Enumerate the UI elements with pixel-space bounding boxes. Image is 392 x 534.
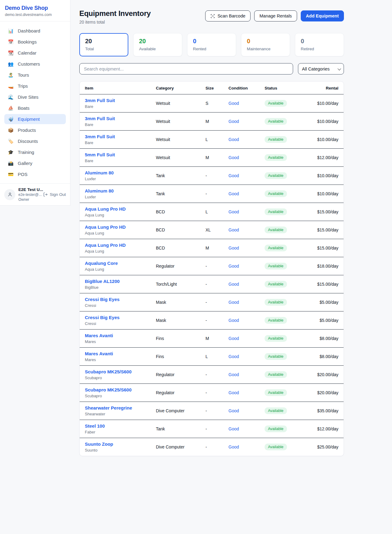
cell-condition[interactable]: Good — [228, 221, 265, 239]
item-name-link[interactable]: BigBlue AL1200 — [85, 279, 156, 284]
stat-card-maintenance[interactable]: 0Maintenance — [241, 33, 290, 56]
manage-rentals-button[interactable]: Manage Rentals — [254, 10, 297, 21]
cell-condition[interactable]: Good — [228, 330, 265, 348]
cell-condition[interactable]: Good — [228, 420, 265, 438]
add-equipment-button[interactable]: Add Equipment — [301, 10, 344, 21]
item-brand: Bare — [85, 104, 156, 109]
sidebar-item-equipment[interactable]: 🤿Equipment — [4, 114, 66, 124]
item-name-link[interactable]: 3mm Full Suit — [85, 134, 156, 139]
page-header: Equipment Inventory 20 items total Scan … — [79, 9, 344, 25]
status-badge: Available — [265, 335, 287, 342]
stat-value: 0 — [247, 38, 284, 45]
boats-icon: ⛵ — [8, 106, 14, 110]
cell-item: Aqua Lung Pro HDAqua Lung — [80, 239, 156, 257]
stat-card-total[interactable]: 20Total — [79, 33, 128, 56]
sidebar-item-dashboard[interactable]: 📊Dashboard — [4, 26, 66, 36]
stat-card-retired[interactable]: 0Retired — [295, 33, 344, 56]
stat-card-rented[interactable]: 0Rented — [187, 33, 236, 56]
stat-card-available[interactable]: 20Available — [133, 33, 182, 56]
item-name-link[interactable]: Cressi Big Eyes — [85, 315, 156, 320]
item-name-link[interactable]: Mares Avanti — [85, 351, 156, 356]
table-row: 5mm Full SuitBareWetsuitMGoodAvailable$1… — [80, 149, 344, 167]
item-name-link[interactable]: Suunto Zoop — [85, 441, 156, 447]
sidebar: Demo Dive Shop demo.test.divestreams.com… — [0, 0, 70, 206]
cell-category: Fins — [156, 348, 205, 366]
cell-condition[interactable]: Good — [228, 257, 265, 275]
item-name-link[interactable]: Scubapro MK25/S600 — [85, 387, 156, 392]
item-brand: Bare — [85, 140, 156, 145]
sidebar-item-discounts[interactable]: 🏷️Discounts — [4, 136, 66, 146]
sidebar-item-bookings[interactable]: 📅Bookings — [4, 37, 66, 47]
sidebar-item-pos[interactable]: 💳POS — [4, 169, 66, 179]
cell-condition[interactable]: Good — [228, 185, 265, 203]
cell-condition[interactable]: Good — [228, 167, 265, 185]
cell-size: L — [205, 131, 228, 149]
user-block: E2E Test U... e2e-tester@... Owner Sign … — [0, 183, 70, 205]
item-name-link[interactable]: Aluminum 80 — [85, 188, 156, 193]
item-name-link[interactable]: 5mm Full Suit — [85, 152, 156, 157]
sidebar-item-gallery[interactable]: 📸Gallery — [4, 158, 66, 168]
sidebar-item-boats[interactable]: ⛵Boats — [4, 103, 66, 113]
table-row: Aqua Lung Pro HDAqua LungBCDXLGoodAvaila… — [80, 221, 344, 239]
search-input[interactable] — [84, 67, 288, 71]
item-name-link[interactable]: Scubapro MK25/S600 — [85, 369, 156, 374]
cell-condition[interactable]: Good — [228, 348, 265, 366]
item-brand: Aqua Lung — [85, 231, 156, 235]
brand-block: Demo Dive Shop demo.test.divestreams.com — [0, 0, 70, 21]
cell-condition[interactable]: Good — [228, 149, 265, 167]
sidebar-item-training[interactable]: 🎓Training — [4, 147, 66, 157]
item-name-link[interactable]: Aqua Lung Pro HD — [85, 224, 156, 230]
sidebar-item-trips[interactable]: 🚤Trips — [4, 81, 66, 91]
bookings-icon: 📅 — [8, 40, 14, 44]
sidebar-item-calendar[interactable]: 📆Calendar — [4, 48, 66, 58]
cell-status: Available — [265, 366, 311, 384]
cell-status: Available — [265, 113, 311, 131]
cell-category: Mask — [156, 311, 205, 330]
cell-condition[interactable]: Good — [228, 94, 265, 113]
cell-size: L — [205, 348, 228, 366]
sign-out-button[interactable]: Sign Out — [43, 192, 66, 197]
status-badge: Available — [265, 407, 287, 414]
sidebar-item-products[interactable]: 📦Products — [4, 125, 66, 135]
item-name-link[interactable]: 3mm Full Suit — [85, 116, 156, 121]
cell-condition[interactable]: Good — [228, 438, 265, 456]
cell-condition[interactable]: Good — [228, 366, 265, 384]
sidebar-item-dive-sites[interactable]: 🌊Dive Sites — [4, 92, 66, 102]
cell-category: Wetsuit — [156, 113, 205, 131]
scan-barcode-button[interactable]: Scan Barcode — [205, 10, 251, 21]
item-name-link[interactable]: Aqua Lung Pro HD — [85, 242, 156, 248]
user-meta: E2E Test U... e2e-tester@... Owner — [18, 187, 40, 202]
sidebar-item-label: POS — [18, 172, 28, 177]
table-row: Scubapro MK25/S600ScubaproRegulator-Good… — [80, 384, 344, 402]
status-badge: Available — [265, 389, 287, 396]
cell-condition[interactable]: Good — [228, 203, 265, 221]
cell-condition[interactable]: Good — [228, 293, 265, 311]
item-name-link[interactable]: Shearwater Peregrine — [85, 405, 156, 410]
item-name-link[interactable]: Aluminum 80 — [85, 170, 156, 175]
cell-condition[interactable]: Good — [228, 384, 265, 402]
cell-condition[interactable]: Good — [228, 311, 265, 330]
search-box — [79, 63, 293, 74]
brand-title[interactable]: Demo Dive Shop — [5, 5, 65, 11]
sidebar-item-customers[interactable]: 👥Customers — [4, 59, 66, 69]
cell-rental: $20.00/day — [311, 366, 344, 384]
item-name-link[interactable]: Aqualung Core — [85, 261, 156, 266]
tours-icon: 🏝️ — [8, 73, 14, 77]
item-name-link[interactable]: Aqua Lung Pro HD — [85, 206, 156, 212]
item-brand: Cressi — [85, 303, 156, 308]
item-name-link[interactable]: Steel 100 — [85, 423, 156, 429]
item-name-link[interactable]: 3mm Full Suit — [85, 98, 156, 103]
item-name-link[interactable]: Cressi Big Eyes — [85, 297, 156, 302]
cell-condition[interactable]: Good — [228, 113, 265, 131]
cell-condition[interactable]: Good — [228, 131, 265, 149]
category-select[interactable]: All Categories — [298, 63, 344, 74]
item-name-link[interactable]: Mares Avanti — [85, 333, 156, 338]
cell-condition[interactable]: Good — [228, 402, 265, 420]
cell-condition[interactable]: Good — [228, 275, 265, 293]
sidebar-item-tours[interactable]: 🏝️Tours — [4, 70, 66, 80]
cell-condition[interactable]: Good — [228, 239, 265, 257]
cell-rental: $10.00/day — [311, 113, 344, 131]
item-brand: Mares — [85, 339, 156, 344]
cell-item: BigBlue AL1200BigBlue — [80, 275, 156, 293]
item-brand: Mares — [85, 357, 156, 362]
